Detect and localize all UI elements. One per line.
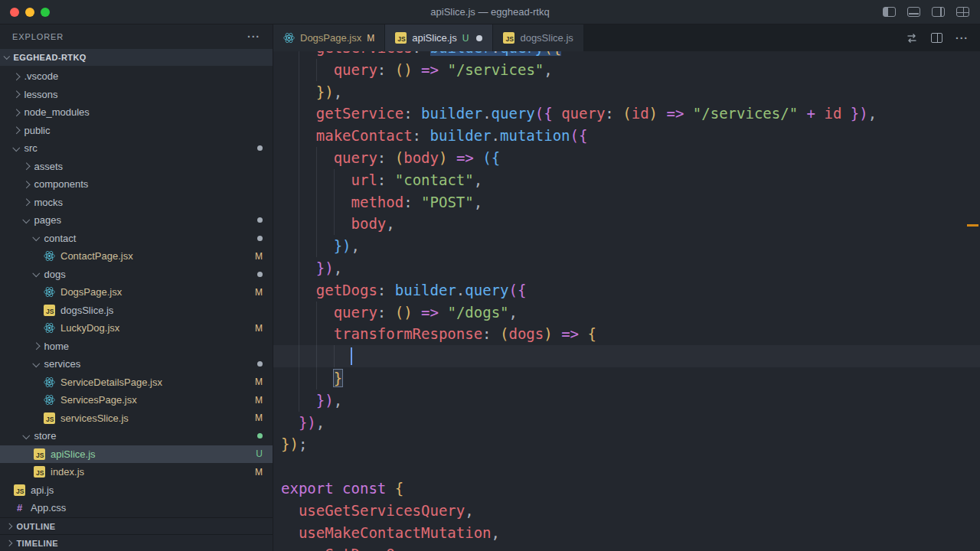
close-window-button[interactable] xyxy=(10,8,19,17)
chevron-right-icon xyxy=(33,343,40,350)
tree-folder-components[interactable]: components xyxy=(0,175,273,194)
toggle-panel-icon[interactable] xyxy=(907,7,920,17)
tree-file-apiSlice.js[interactable]: JSapiSlice.jsU xyxy=(0,445,273,464)
tree-file-ServiceDetailsPage.jsx[interactable]: ServiceDetailsPage.jsxM xyxy=(0,373,273,392)
tree-folder-node_modules[interactable]: node_modules xyxy=(0,103,273,122)
timeline-section-header[interactable]: TIMELINE xyxy=(0,534,273,551)
tree-folder-assets[interactable]: assets xyxy=(0,158,273,176)
git-change-dot xyxy=(257,433,263,439)
window-controls xyxy=(0,8,50,17)
tree-item-label: home xyxy=(44,341,70,352)
chevron-down-icon xyxy=(33,233,40,240)
chevron-right-icon xyxy=(13,127,20,134)
code-line-8: method: "POST", xyxy=(273,191,980,214)
tree-file-index.js[interactable]: JSindex.jsM xyxy=(0,463,273,481)
javascript-icon: JS xyxy=(395,32,407,44)
workspace-root-folder[interactable]: EGGHEAD-RTKQ xyxy=(0,49,273,66)
toggle-sidebar-left-icon[interactable] xyxy=(883,7,896,17)
tree-folder-pages[interactable]: pages xyxy=(0,211,273,230)
git-status-badge: U xyxy=(462,33,469,44)
tree-folder-lessons[interactable]: lessons xyxy=(0,86,273,104)
tree-item-label: LuckyDog.jsx xyxy=(60,322,119,334)
tree-folder-services[interactable]: services xyxy=(0,355,273,373)
tree-item-label: DogsPage.jsx xyxy=(60,286,122,298)
git-decorations: M xyxy=(255,251,273,262)
git-status-badge: M xyxy=(255,395,263,406)
chevron-right-icon xyxy=(13,109,20,116)
tree-file-LuckyDog.jsx[interactable]: LuckyDog.jsxM xyxy=(0,319,273,337)
git-status-badge: M xyxy=(255,377,263,387)
chevron-down-icon xyxy=(23,432,30,439)
tree-folder-.vscode[interactable]: .vscode xyxy=(0,67,273,86)
code-line-4: getService: builder.query({ query: (id) … xyxy=(273,103,980,125)
code-line-14: transformResponse: (dogs) => { xyxy=(273,323,980,345)
tree-file-dogsSlice.js[interactable]: JSdogsSlice.js xyxy=(0,302,273,320)
code-line-18: }), xyxy=(273,412,980,434)
tab-label: apiSlice.js xyxy=(412,32,457,44)
javascript-icon: JS xyxy=(34,448,45,460)
javascript-icon: JS xyxy=(44,412,55,424)
tree-item-label: store xyxy=(34,430,57,442)
react-icon xyxy=(44,394,55,406)
tree-item-label: contact xyxy=(44,233,77,244)
editor-group: DogsPage.jsxMJSapiSlice.jsUJSdogsSlice.j… xyxy=(273,24,980,551)
tree-file-api.js[interactable]: JSapi.js xyxy=(0,481,273,500)
toggle-sidebar-right-icon[interactable] xyxy=(932,7,945,17)
editor-more-actions-icon[interactable]: ··· xyxy=(956,32,969,44)
outline-section-header[interactable]: OUTLINE xyxy=(0,517,273,534)
explorer-sidebar: EXPLORER ··· EGGHEAD-RTKQ .vscodelessons… xyxy=(0,24,273,551)
tree-item-label: node_modules xyxy=(24,106,90,118)
tree-file-DogsPage.jsx[interactable]: DogsPage.jsxM xyxy=(0,283,273,302)
text-cursor xyxy=(351,347,352,365)
tree-folder-public[interactable]: public xyxy=(0,122,273,140)
tab-dogsSlice.js[interactable]: JSdogsSlice.js xyxy=(493,24,583,51)
views-more-actions-icon[interactable]: ··· xyxy=(247,31,260,43)
tree-file-ServicesPage.jsx[interactable]: ServicesPage.jsxM xyxy=(0,391,273,409)
tree-folder-mocks[interactable]: mocks xyxy=(0,194,273,212)
tab-DogsPage.jsx[interactable]: DogsPage.jsxM xyxy=(273,24,385,51)
tree-folder-home[interactable]: home xyxy=(0,337,273,356)
tree-file-servicesSlice.js[interactable]: JSservicesSlice.jsM xyxy=(0,409,273,428)
tabs: DogsPage.jsxMJSapiSlice.jsUJSdogsSlice.j… xyxy=(273,24,584,51)
chevron-right-icon xyxy=(6,523,12,530)
git-status-badge: M xyxy=(255,251,263,262)
tree-file-App.css[interactable]: #App.css xyxy=(0,499,273,517)
code-editor[interactable]: getServices: builder.query({ query: () =… xyxy=(273,51,980,551)
tab-label: dogsSlice.js xyxy=(520,32,573,44)
tree-item-label: assets xyxy=(34,161,64,172)
tree-folder-store[interactable]: store xyxy=(0,427,273,445)
git-change-dot xyxy=(257,361,263,367)
timeline-label: TIMELINE xyxy=(17,539,59,548)
tab-bar: DogsPage.jsxMJSapiSlice.jsUJSdogsSlice.j… xyxy=(273,24,980,51)
chevron-down-icon xyxy=(13,144,20,151)
split-editor-icon[interactable] xyxy=(931,33,942,43)
tab-apiSlice.js[interactable]: JSapiSlice.jsU xyxy=(385,24,493,51)
workbench: EXPLORER ··· EGGHEAD-RTKQ .vscodelessons… xyxy=(0,24,980,551)
layout-controls xyxy=(883,7,980,17)
customize-layout-icon[interactable] xyxy=(956,7,969,17)
code-content: getServices: builder.query({ query: () =… xyxy=(273,51,980,551)
tree-item-label: ServiceDetailsPage.jsx xyxy=(60,377,162,388)
git-status-badge: U xyxy=(256,448,263,459)
code-line-23: useMakeContactMutation, xyxy=(273,522,980,544)
code-line-19: }); xyxy=(273,433,980,455)
tree-item-label: dogsSlice.js xyxy=(60,305,113,316)
tree-folder-src[interactable]: src xyxy=(0,139,273,158)
tree-item-label: services xyxy=(44,358,81,370)
git-decorations: M xyxy=(255,412,273,423)
git-decorations: M xyxy=(255,287,273,298)
minimize-window-button[interactable] xyxy=(25,8,34,17)
javascript-icon: JS xyxy=(503,32,514,44)
code-line-9: body, xyxy=(273,213,980,235)
zoom-window-button[interactable] xyxy=(41,8,50,17)
tree-folder-dogs[interactable]: dogs xyxy=(0,266,273,284)
code-line-16: } xyxy=(273,367,980,390)
tree-folder-contact[interactable]: contact xyxy=(0,230,273,248)
open-changes-icon[interactable] xyxy=(906,32,918,44)
tree-file-ContactPage.jsx[interactable]: ContactPage.jsxM xyxy=(0,247,273,266)
chevron-down-icon xyxy=(33,269,40,276)
git-decorations xyxy=(257,236,273,241)
editor-actions: ··· xyxy=(906,24,980,51)
tree-item-label: src xyxy=(24,142,38,154)
tree-item-label: ContactPage.jsx xyxy=(60,250,133,262)
